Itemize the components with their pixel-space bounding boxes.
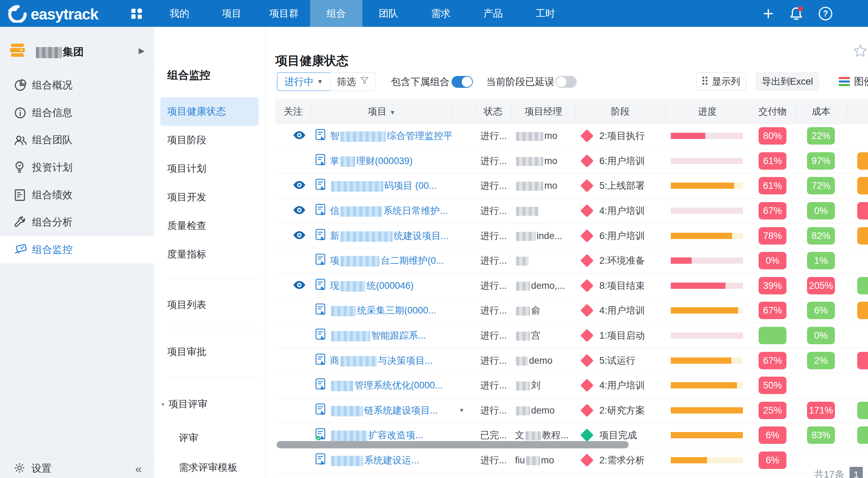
logo-swoosh-icon <box>7 5 27 24</box>
deliverable-badge: 80% <box>759 127 786 145</box>
progress-bar <box>671 208 743 214</box>
panel-item-9[interactable]: 项目审批 <box>154 338 265 366</box>
notifications-bell-icon[interactable] <box>788 6 804 22</box>
progress-fill <box>671 357 731 364</box>
include-sub-toggle[interactable] <box>452 76 473 88</box>
horizontal-scrollbar[interactable] <box>277 441 629 448</box>
project-link[interactable]: 扩容改造项... <box>330 429 423 441</box>
nav-tab-1[interactable]: 项目 <box>206 0 258 27</box>
panel-item-12[interactable]: 评审 <box>154 424 265 452</box>
cost-badge: 205% <box>807 277 835 294</box>
table-row-0: 智综合管理监控平...进行...mo2:项目执行80%22% <box>275 124 868 149</box>
nav-tab-6[interactable]: 产品 <box>467 0 519 27</box>
column-header-1[interactable]: 项目▼ <box>311 99 453 124</box>
panel-item-3[interactable]: 项目开发 <box>154 183 265 211</box>
project-link[interactable]: 项台二期维护(0... <box>330 254 444 267</box>
nav-tab-0[interactable]: 我的 <box>153 0 206 27</box>
expand-caret-icon[interactable]: ▼ <box>459 407 464 414</box>
filter-button[interactable]: 筛选 <box>330 72 376 91</box>
progress-fill <box>671 133 705 139</box>
column-header-3[interactable]: 状态 <box>475 99 511 124</box>
help-icon[interactable]: ? <box>817 6 834 22</box>
stage-diamond-icon <box>580 429 593 442</box>
apps-grid-icon[interactable] <box>130 7 143 20</box>
nav-tab-4[interactable]: 团队 <box>362 0 415 27</box>
manager-text: demo,... <box>515 280 565 291</box>
gear-icon[interactable] <box>14 462 25 475</box>
watch-eye-icon[interactable] <box>293 230 306 241</box>
sidebar-item-4[interactable]: 组合绩效 <box>0 181 154 209</box>
project-link[interactable]: 新统建设项目... <box>330 230 449 242</box>
cost-badge: 6% <box>807 302 835 319</box>
column-header-7[interactable]: 交付物 <box>750 99 796 124</box>
sidebar-item-1[interactable]: 组合信息 <box>0 99 154 127</box>
export-excel-button[interactable]: 导出到Excel <box>756 72 819 91</box>
watch-eye-icon[interactable] <box>293 206 306 216</box>
sidebar-item-3[interactable]: 投资计划 <box>0 154 154 182</box>
panel-item-5[interactable]: 度量指标 <box>154 240 265 269</box>
sidebar-item-5[interactable]: 组合分析 <box>0 209 154 236</box>
column-header-8[interactable]: 成本 <box>796 99 847 124</box>
redacted-text <box>516 232 536 241</box>
panel-item-2[interactable]: 项目计划 <box>154 154 265 183</box>
sidebar-item-0[interactable]: 组合概况 <box>0 72 154 99</box>
project-link[interactable]: 统采集三期(0000... <box>330 304 436 317</box>
nav-tab-2[interactable]: 项目群 <box>258 0 310 27</box>
redacted-text <box>516 257 529 266</box>
sort-desc-icon[interactable]: ▼ <box>390 109 396 116</box>
column-header-4[interactable]: 项目经理 <box>511 99 576 124</box>
add-icon[interactable]: + <box>760 6 776 22</box>
redacted-text <box>526 456 540 465</box>
panel-group-11[interactable]: ▼项目评审 <box>154 390 265 418</box>
progress-bar <box>671 407 743 414</box>
sidebar-item-6[interactable]: 组合监控 <box>0 236 154 264</box>
page-1-button[interactable]: 1 <box>850 467 863 478</box>
org-switcher[interactable]: 集团 ▶ <box>0 27 154 71</box>
project-link[interactable]: 管理系统优化(0000... <box>330 379 443 392</box>
status-filter-dropdown[interactable]: 进行中 ▼ <box>277 72 330 91</box>
collapse-sidebar-icon[interactable]: « <box>135 463 142 474</box>
column-header-5[interactable]: 阶段 <box>576 99 665 124</box>
nav-tab-7[interactable]: 工时 <box>519 0 571 27</box>
settings-label[interactable]: 设置 <box>31 462 52 476</box>
progress-bar <box>671 257 743 264</box>
project-link[interactable]: 链系统建设项目... <box>330 404 438 417</box>
main-content: 项目健康状态 进行中 ▼ 筛选 包含下属组合 当前阶段已延误 显示列 <box>266 27 868 478</box>
nav-tab-3[interactable]: 组合 <box>310 0 362 27</box>
show-columns-button[interactable]: 显示列 <box>696 72 746 91</box>
org-name: 集团 <box>35 45 84 59</box>
status-text: 进行... <box>480 329 507 342</box>
project-link[interactable]: 信系统日常维护... <box>330 205 448 217</box>
panel-item-13[interactable]: 需求评审模板 <box>154 453 265 478</box>
progress-bar <box>671 457 743 463</box>
panel-item-0[interactable]: 项目健康状态 <box>160 97 259 126</box>
project-link[interactable]: 智综合管理监控平... <box>330 130 453 142</box>
app-logo[interactable]: easytrack <box>7 5 98 24</box>
project-link[interactable]: 码项目 (00... <box>330 179 437 192</box>
panel-item-4[interactable]: 质量检查 <box>154 211 265 240</box>
delayed-toggle[interactable] <box>555 76 577 88</box>
chevron-right-icon[interactable]: ▶ <box>139 46 145 55</box>
panel-item-7[interactable]: 项目列表 <box>154 291 265 319</box>
project-link[interactable]: 商与决策项目... <box>330 354 433 367</box>
legend-button[interactable]: 图例 <box>830 72 868 91</box>
redacted-text <box>331 456 363 466</box>
column-header-2[interactable] <box>453 99 475 124</box>
panel-item-1[interactable]: 项目阶段 <box>154 126 265 154</box>
project-link[interactable]: 系统建设运... <box>330 454 419 467</box>
nav-tab-5[interactable]: 需求 <box>415 0 467 27</box>
project-link[interactable]: 现统(000046) <box>330 279 414 292</box>
panel-divider <box>167 279 258 279</box>
columns-dots-icon <box>702 76 708 87</box>
watch-eye-icon[interactable] <box>293 180 306 191</box>
sidebar-item-2[interactable]: 组合团队 <box>0 126 154 154</box>
toggle-knob <box>462 77 472 87</box>
column-header-6[interactable]: 进度 <box>665 99 750 124</box>
watch-eye-icon[interactable] <box>293 280 306 291</box>
stage-label: 2:项目执行 <box>599 130 645 142</box>
favorite-star-icon[interactable] <box>853 44 868 60</box>
project-link[interactable]: 智能跟踪系... <box>330 329 426 342</box>
column-header-0[interactable]: 关注 <box>275 99 311 124</box>
watch-eye-icon[interactable] <box>293 131 306 141</box>
project-link[interactable]: 掌理财(000039) <box>330 155 413 167</box>
